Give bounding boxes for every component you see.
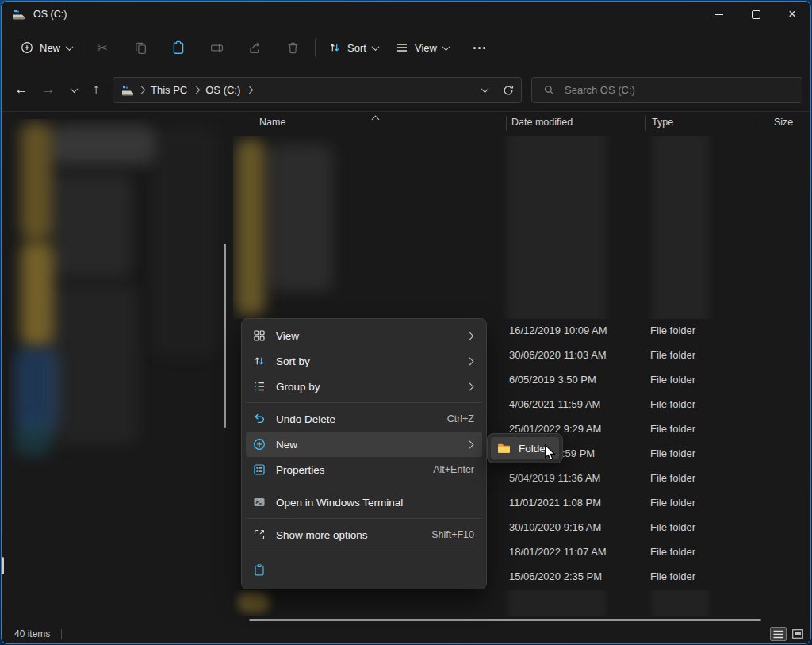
menu-separator <box>247 402 481 403</box>
view-lines-icon <box>396 41 408 54</box>
context-menu-item-open-in-windows-terminal[interactable]: Open in Windows Terminal <box>246 490 482 515</box>
refresh-button[interactable] <box>502 84 515 97</box>
chevron-down-icon <box>66 43 74 51</box>
rename-button[interactable] <box>202 33 231 62</box>
sort-icon <box>253 355 266 367</box>
close-button[interactable]: × <box>774 2 810 27</box>
up-button[interactable]: ↑ <box>82 75 109 104</box>
details-view-icon <box>773 630 783 639</box>
search-icon <box>543 84 555 96</box>
large-icons-view-icon <box>792 629 803 639</box>
new-button[interactable]: New <box>13 33 80 62</box>
column-header-date-modified[interactable]: Date modified <box>511 117 573 128</box>
row-type: File folder <box>650 447 695 459</box>
navigation-bar: ← → ↑ This PC OS (C:) <box>2 68 810 112</box>
context-menu-item-show-more-options[interactable]: Show more options Shift+F10 <box>246 522 482 547</box>
back-button[interactable]: ← <box>8 75 35 104</box>
column-header-name[interactable]: Name <box>259 117 285 128</box>
context-menu-item-undo-delete[interactable]: Undo Delete Ctrl+Z <box>246 406 482 432</box>
context-menu-item-new[interactable]: New <box>246 432 482 457</box>
pane-splitter-handle[interactable] <box>2 557 4 574</box>
navigation-pane-blurred <box>8 119 225 616</box>
row-type: File folder <box>650 546 695 558</box>
view-button[interactable]: View <box>388 33 457 62</box>
ellipsis-icon <box>473 47 485 49</box>
breadcrumb-chevron-icon <box>193 86 201 94</box>
submenu-chevron-icon <box>466 382 474 390</box>
row-date-modified: 6/05/2019 3:50 PM <box>509 374 596 386</box>
column-divider[interactable] <box>760 116 760 131</box>
breadcrumb-os-c[interactable]: OS (C:) <box>201 81 245 99</box>
sort-button-label: Sort <box>347 42 366 54</box>
title-bar[interactable]: OS (C:) × <box>2 2 810 27</box>
minimize-button[interactable] <box>701 2 737 27</box>
menu-shortcut: Shift+F10 <box>431 529 474 540</box>
menu-label: Show more options <box>276 529 425 541</box>
maximize-icon <box>752 10 760 19</box>
address-dropdown-button[interactable] <box>481 85 489 93</box>
horizontal-scrollbar[interactable] <box>249 619 761 621</box>
menu-separator <box>247 518 481 519</box>
menu-label: Properties <box>276 464 427 476</box>
desktop: OS (C:) × New ✂ <box>0 0 812 645</box>
view-button-label: View <box>415 42 437 54</box>
cut-button[interactable]: ✂ <box>88 33 117 62</box>
up-arrow-icon: ↑ <box>93 82 100 98</box>
chevron-down-icon <box>70 85 78 93</box>
breadcrumb-this-pc[interactable]: This PC <box>146 81 192 99</box>
submenu-chevron-icon <box>466 440 474 448</box>
chevron-down-icon <box>442 43 450 51</box>
row-type: File folder <box>650 423 695 435</box>
more-options-button[interactable] <box>465 33 493 62</box>
menu-label: Open in Windows Terminal <box>276 497 474 509</box>
menu-label: Sort by <box>276 355 467 367</box>
maximize-button[interactable] <box>737 2 774 27</box>
command-bar: New ✂ <box>2 27 810 68</box>
mouse-cursor <box>544 444 556 462</box>
paste-icon <box>171 40 186 55</box>
menu-separator <box>247 486 481 486</box>
paste-icon <box>253 563 266 576</box>
large-icons-view-button[interactable] <box>789 627 806 641</box>
column-header-size[interactable]: Size <box>774 117 793 128</box>
scissors-icon: ✂ <box>97 40 107 56</box>
plus-circle-icon <box>21 41 33 54</box>
minimize-icon <box>715 14 723 15</box>
address-bar[interactable]: This PC OS (C:) <box>113 77 522 103</box>
forward-button[interactable]: → <box>35 75 62 104</box>
row-type: File folder <box>650 324 695 336</box>
context-menu-item-properties[interactable]: Properties Alt+Enter <box>246 457 482 482</box>
menu-label: View <box>276 330 467 342</box>
context-menu-item-group-by[interactable]: Group by <box>246 374 482 399</box>
copy-icon <box>134 41 147 55</box>
column-header-type[interactable]: Type <box>652 117 673 128</box>
row-date-modified: 16/12/2019 10:09 AM <box>509 324 607 336</box>
search-input[interactable] <box>563 83 772 97</box>
context-menu-paste-button[interactable] <box>246 555 482 585</box>
details-view-button[interactable] <box>770 627 787 641</box>
row-date-modified: 30/10/2020 9:16 AM <box>509 521 601 533</box>
menu-label: Group by <box>276 381 467 393</box>
context-menu-item-sort-by[interactable]: Sort by <box>246 348 482 374</box>
search-box[interactable] <box>531 77 802 103</box>
sidebar-scrollbar[interactable] <box>224 244 226 428</box>
menu-label: Undo Delete <box>276 413 441 425</box>
row-date-modified: 30/06/2020 11:03 AM <box>509 349 607 361</box>
row-type: File folder <box>650 398 695 410</box>
column-divider[interactable] <box>506 116 507 131</box>
share-icon <box>248 41 262 55</box>
new-button-label: New <box>40 42 60 54</box>
sort-button[interactable]: Sort <box>320 33 386 62</box>
column-divider[interactable] <box>645 116 646 131</box>
row-date-modified: :59 PM <box>562 447 595 459</box>
file-explorer-window: OS (C:) × New ✂ <box>1 1 811 644</box>
status-divider <box>61 629 62 639</box>
copy-button[interactable] <box>126 33 155 62</box>
share-button[interactable] <box>240 33 269 62</box>
context-menu-item-view[interactable]: View <box>246 323 482 348</box>
submenu-chevron-icon <box>466 357 474 365</box>
paste-button[interactable] <box>164 33 193 62</box>
delete-button[interactable] <box>278 33 307 62</box>
toolbar-divider <box>82 39 82 56</box>
sort-ascending-caret-icon <box>372 116 380 124</box>
